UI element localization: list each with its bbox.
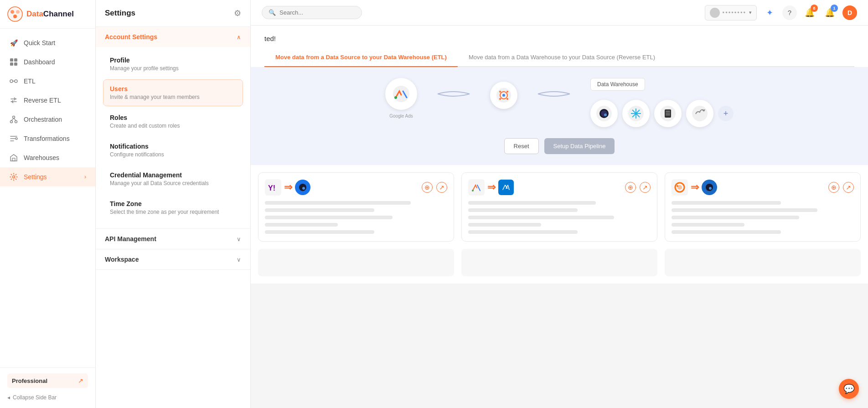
orchestration-icon xyxy=(9,115,18,124)
users-title: Users xyxy=(110,85,236,93)
logo: DataChannel xyxy=(0,0,95,29)
svg-point-8 xyxy=(10,80,13,83)
card-1-header: Y! ⇒ ⊕ xyxy=(265,179,447,196)
card-placeholder-3 xyxy=(665,249,861,276)
card-3-header: ⇒ ⊕ ↗ xyxy=(672,179,854,196)
card-1-external-link-icon[interactable]: ↗ xyxy=(436,182,447,193)
connector-node xyxy=(490,82,517,109)
settings-item-notifications[interactable]: Notifications Configure notifications xyxy=(103,137,243,164)
card-2-add-icon[interactable]: ⊕ xyxy=(625,182,636,193)
api-management-header[interactable]: API Management ∨ xyxy=(96,229,250,249)
card-2-header: ⇒ ⊕ ↗ xyxy=(468,179,651,196)
svg-point-18 xyxy=(13,176,15,178)
settings-item-timezone[interactable]: Time Zone Select the time zone as per yo… xyxy=(103,194,243,221)
account-settings-items: Profile Manage your profile settings Use… xyxy=(96,47,250,228)
pipeline-source-node: Google Ads xyxy=(385,78,417,119)
svg-point-50 xyxy=(709,187,712,190)
workspace-chevron-icon: ∨ xyxy=(237,256,241,263)
sidebar-item-reverse-etl[interactable]: Reverse ETL xyxy=(0,91,95,110)
card-1-add-icon[interactable]: ⊕ xyxy=(422,182,433,193)
settings-item-credential-management[interactable]: Credential Management Manage your all Da… xyxy=(103,165,243,192)
card-2-icons: ⇒ xyxy=(468,179,514,196)
pipeline-card-1: Y! ⇒ ⊕ xyxy=(258,172,454,242)
sidebar-nav: 🚀 Quick Start Dashboard ETL Reverse ETL xyxy=(0,29,95,367)
dw-label: Data Warehouse xyxy=(590,78,645,91)
sidebar-item-settings[interactable]: Settings › xyxy=(0,167,95,186)
sidebar-item-dashboard[interactable]: Dashboard xyxy=(0,52,95,72)
svg-rect-6 xyxy=(10,62,13,66)
sidebar-item-quickstart[interactable]: 🚀 Quick Start xyxy=(0,33,95,52)
external-link-icon: ↗ xyxy=(78,377,83,384)
card-1-arrow-icon: ⇒ xyxy=(284,181,292,193)
collapse-sidebar-button[interactable]: ◂ Collapse Side Bar xyxy=(7,393,88,403)
warehouse-nodes: + xyxy=(590,100,734,127)
sidebar-item-etl[interactable]: ETL xyxy=(0,72,95,91)
professional-badge[interactable]: Professional ↗ xyxy=(7,373,88,388)
svg-point-35 xyxy=(635,112,637,115)
notifications-desc: Configure notifications xyxy=(110,151,236,158)
chat-bubble-button[interactable]: 💬 xyxy=(839,379,859,399)
notifications-title: Notifications xyxy=(110,143,236,150)
sidebar-item-warehouses[interactable]: Warehouses xyxy=(0,148,95,167)
svg-point-23 xyxy=(502,94,505,97)
svg-rect-7 xyxy=(14,62,17,66)
workspace-header[interactable]: Workspace ∨ xyxy=(96,249,250,269)
credential-title: Credential Management xyxy=(110,171,236,179)
alerts-icon-button[interactable]: 🔔 1 xyxy=(822,5,837,20)
sidebar-item-orchestration[interactable]: Orchestration xyxy=(0,110,95,129)
svg-rect-40 xyxy=(666,114,670,115)
card-2-dest-icon xyxy=(498,180,514,195)
user-avatar[interactable]: D xyxy=(842,5,857,20)
card-1-line-1 xyxy=(265,201,411,205)
search-input[interactable] xyxy=(279,9,352,16)
add-warehouse-button[interactable]: + xyxy=(718,106,734,121)
card-2-content xyxy=(468,200,651,235)
search-bar[interactable]: 🔍 xyxy=(262,6,362,19)
tab-reverse-etl[interactable]: Move data from a Data Warehouse to your … xyxy=(458,48,666,67)
card-1-dest-icon xyxy=(295,180,310,195)
card-2-line-2 xyxy=(468,208,578,212)
pipeline-layout: Google Ads xyxy=(262,78,857,127)
svg-point-48 xyxy=(677,185,678,187)
logo-icon xyxy=(7,6,23,22)
setup-pipeline-button[interactable]: Setup Data Pipeline xyxy=(544,138,615,154)
workspace-selector[interactable]: •••••••• ▾ xyxy=(705,5,757,21)
card-3-line-3 xyxy=(672,216,799,219)
card-1-line-5 xyxy=(265,230,374,234)
settings-item-users[interactable]: Users Invite & manage your team members xyxy=(103,79,243,106)
settings-item-roles[interactable]: Roles Create and edit custom roles xyxy=(103,108,243,135)
svg-point-11 xyxy=(13,116,15,119)
svg-point-0 xyxy=(8,7,22,21)
dashboard-icon xyxy=(9,57,18,67)
card-3-external-link-icon[interactable]: ↗ xyxy=(843,182,854,193)
reset-button[interactable]: Reset xyxy=(504,138,539,154)
card-1-line-2 xyxy=(265,208,374,212)
wh-node-qs xyxy=(590,100,618,127)
svg-point-26 xyxy=(506,98,508,100)
svg-point-45 xyxy=(472,190,474,191)
search-icon: 🔍 xyxy=(269,9,276,16)
wh-node-redshift xyxy=(654,100,682,127)
card-3-add-icon[interactable]: ⊕ xyxy=(828,182,839,193)
collapse-icon: ◂ xyxy=(7,394,10,401)
notification-badge: 8 xyxy=(811,5,818,12)
users-desc: Invite & manage your team members xyxy=(110,94,236,100)
warehouses-icon xyxy=(9,153,18,162)
sidebar: DataChannel 🚀 Quick Start Dashboard ETL … xyxy=(0,0,96,408)
brand-name: DataChannel xyxy=(26,10,74,19)
ai-icon-button[interactable]: ✦ xyxy=(762,5,777,20)
notifications-icon-button[interactable]: 🔔 8 xyxy=(802,5,817,20)
tab-etl[interactable]: Move data from a Data Source to your Dat… xyxy=(264,48,458,67)
card-2-external-link-icon[interactable]: ↗ xyxy=(640,182,651,193)
account-settings-header[interactable]: Account Settings ∧ xyxy=(96,27,250,47)
svg-text:Y!: Y! xyxy=(268,184,275,192)
page-content: ted! Move data from a Data Source to you… xyxy=(251,26,868,408)
sidebar-item-transformations[interactable]: Transformations xyxy=(0,129,95,148)
banner-text: ted! xyxy=(264,35,276,42)
svg-point-25 xyxy=(506,91,508,93)
settings-gear-icon[interactable]: ⚙ xyxy=(234,8,241,18)
help-icon-button[interactable]: ? xyxy=(782,5,797,20)
profile-desc: Manage your profile settings xyxy=(110,65,236,72)
pipeline-card-3: ⇒ ⊕ ↗ xyxy=(665,172,861,242)
settings-item-profile[interactable]: Profile Manage your profile settings xyxy=(103,51,243,77)
